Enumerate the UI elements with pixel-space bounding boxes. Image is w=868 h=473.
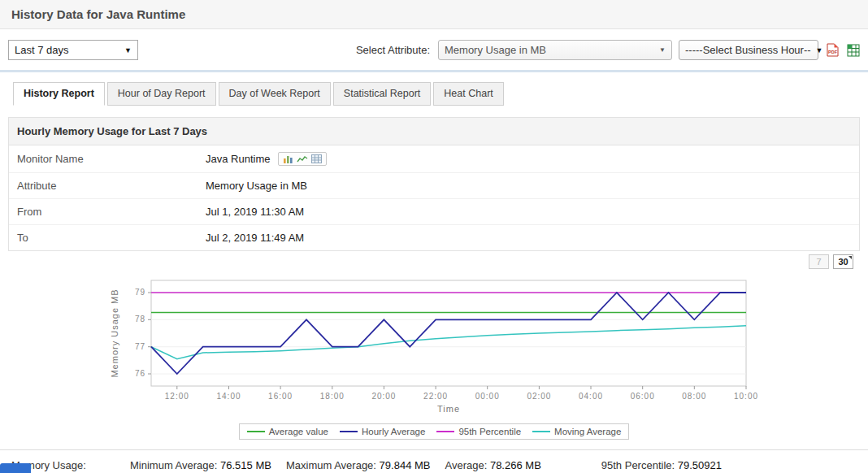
svg-text:00:00: 00:00 — [475, 392, 500, 401]
svg-text:12:00: 12:00 — [165, 392, 189, 401]
svg-text:20:00: 20:00 — [371, 392, 396, 401]
to-row-label: To — [17, 232, 206, 244]
svg-text:04:00: 04:00 — [579, 392, 603, 401]
svg-text:18:00: 18:00 — [320, 392, 345, 401]
period-select[interactable]: Last 7 days ▼ — [8, 40, 138, 60]
chevron-down-icon: ▼ — [659, 46, 666, 54]
svg-text:16:00: 16:00 — [268, 392, 293, 401]
page-header: History Data for Java Runtime — [0, 0, 868, 29]
table-row: From Jul 1, 2019 11:30 AM — [9, 199, 859, 225]
period-select-value: Last 7 days — [15, 44, 69, 56]
svg-text:Memory Usage MB: Memory Usage MB — [110, 289, 119, 377]
tab-history-report[interactable]: History Report — [13, 82, 105, 106]
svg-text:79: 79 — [135, 288, 145, 297]
svg-text:08:00: 08:00 — [682, 392, 706, 401]
to-row-value: Jul 2, 2019 11:49 AM — [206, 232, 304, 244]
from-row-value: Jul 1, 2019 11:30 AM — [206, 206, 304, 218]
range-7-days-button[interactable]: 7 — [809, 254, 829, 269]
range-30-days-button[interactable]: 30 — [833, 254, 853, 269]
svg-text:78: 78 — [135, 315, 145, 323]
tab-statistical-report[interactable]: Statistical Report — [333, 82, 431, 106]
line-chart-icon — [297, 154, 308, 163]
attribute-row-value: Memory Usage in MB — [206, 180, 307, 192]
tab-hour-of-day-report[interactable]: Hour of Day Report — [107, 82, 216, 106]
attribute-label: Select Attribute: — [356, 44, 430, 56]
csv-export-icon[interactable] — [847, 44, 860, 57]
pdf-export-icon[interactable]: PDF — [827, 43, 839, 57]
svg-text:14:00: 14:00 — [216, 392, 241, 401]
svg-text:Time: Time — [437, 404, 460, 414]
table-icon — [311, 154, 322, 163]
tab-heat-chart[interactable]: Heat Chart — [433, 82, 503, 106]
tab-day-of-week-report[interactable]: Day of Week Report — [219, 82, 331, 106]
table-row: Attribute Memory Usage in MB — [9, 173, 859, 199]
legend-item: Hourly Average — [340, 427, 425, 436]
monitor-name-label: Monitor Name — [17, 153, 206, 165]
chart-legend: Average valueHourly Average95th Percenti… — [239, 423, 630, 440]
report-panel: Hourly Memory Usage for Last 7 Days Moni… — [8, 117, 860, 251]
chart-section: 7 30 7677787912:0014:0016:0018:0020:0022… — [0, 251, 868, 440]
svg-text:77: 77 — [135, 342, 145, 351]
summary-bar: Memory Usage: Minimum Average: 76.515 MB… — [0, 449, 868, 471]
chevron-down-icon: ▼ — [124, 46, 132, 54]
attribute-row-label: Attribute — [17, 180, 206, 192]
page-title: History Data for Java Runtime — [11, 7, 185, 21]
memory-usage-chart: 7677787912:0014:0016:0018:0020:0022:0000… — [109, 274, 759, 440]
bar-chart-icon — [283, 154, 293, 163]
toolbar: Last 7 days ▼ Select Attribute: Memory U… — [0, 29, 868, 72]
svg-text:76: 76 — [135, 369, 145, 378]
legend-item: Moving Average — [532, 427, 621, 436]
feedback-widget[interactable] — [0, 463, 31, 473]
average-stat: Average: 78.266 MB — [445, 459, 540, 471]
range-buttons: 7 30 — [809, 254, 853, 269]
business-hour-select[interactable]: -----Select Business Hour-- ▼ — [679, 40, 818, 60]
svg-text:22:00: 22:00 — [423, 392, 448, 401]
business-hour-select-value: -----Select Business Hour-- — [685, 44, 811, 56]
attribute-select[interactable]: Memory Usage in MB ▼ — [438, 40, 672, 60]
legend-item: 95th Percentile — [436, 427, 521, 436]
panel-title: Hourly Memory Usage for Last 7 Days — [9, 118, 859, 145]
from-row-label: From — [17, 206, 206, 218]
svg-text:PDF: PDF — [828, 50, 838, 54]
chart-canvas: 7677787912:0014:0016:0018:0020:0022:0000… — [109, 274, 759, 415]
svg-text:02:00: 02:00 — [527, 392, 551, 401]
minimum-average-stat: Minimum Average: 76.515 MB — [130, 459, 271, 471]
attribute-select-value: Memory Usage in MB — [445, 44, 546, 56]
table-row: Monitor Name Java Runtime — [9, 145, 859, 173]
maximum-average-stat: Maximum Average: 79.844 MB — [286, 459, 431, 471]
legend-item: Average value — [247, 427, 328, 436]
table-row: To Jul 2, 2019 11:49 AM — [9, 225, 859, 250]
chevron-down-icon: ▼ — [816, 46, 823, 54]
svg-text:10:00: 10:00 — [734, 392, 758, 401]
monitor-name-value: Java Runtime — [206, 153, 270, 165]
chart-type-switcher[interactable] — [278, 152, 327, 166]
percentile-stat: 95th Percentile: 79.50921 — [601, 459, 722, 471]
svg-text:06:00: 06:00 — [631, 392, 655, 401]
report-tabs: History Report Hour of Day Report Day of… — [13, 82, 868, 106]
